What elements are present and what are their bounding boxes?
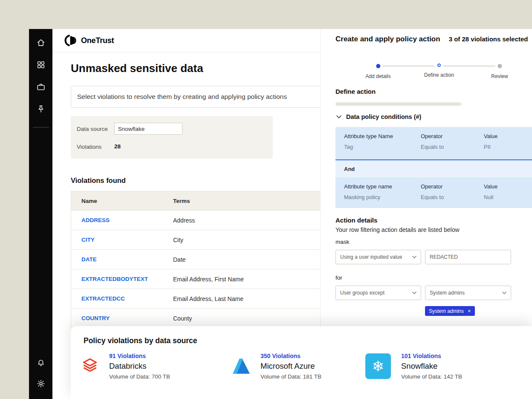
chevron-down-icon (412, 256, 416, 258)
violation-name-link[interactable]: EXTRACTEDCC (71, 295, 168, 302)
step-label: Define action (424, 72, 454, 78)
user-group-select[interactable]: System admins (425, 286, 511, 300)
action-details-subtitle: Your row filtering action details are li… (335, 226, 460, 233)
condition-connector: And (335, 160, 532, 177)
source-name: Snowflake (401, 361, 462, 371)
selected-group-chip: System admins × (425, 306, 475, 316)
cond-col-operator: Operator (421, 133, 484, 139)
source-name: Databricks (109, 361, 170, 371)
wizard-title-row: Create and apply policy action 3 of 28 v… (335, 35, 528, 43)
user-group-value: System admins (430, 290, 465, 296)
violation-name-link[interactable]: COUNTRY (71, 315, 168, 321)
table-row: ADDRESS Address (71, 210, 320, 230)
cond-col-value: Value (484, 183, 532, 190)
data-source-input[interactable] (114, 123, 182, 135)
step-dot-upcoming (497, 64, 502, 68)
selection-count: 3 of 28 violations selected (449, 35, 528, 43)
card-snowflake: ❄ 101 Violations Snowflake Volume of Dat… (365, 353, 462, 380)
mask-value-input[interactable] (425, 250, 511, 264)
sheet-title: Policy violations by data source (84, 336, 197, 345)
cond-col-attribute: Attribute type Name (344, 133, 421, 139)
source-volume: Volume of Data: 700 TB (109, 373, 170, 380)
conditions-header-label: Data policy conditions (#) (346, 113, 421, 120)
table-row: EXTRACTEDCC Email Address, Last Name (71, 289, 320, 308)
for-label: for (335, 275, 342, 281)
cond-attribute-value: Masking policy (344, 194, 421, 200)
page-title: Unmasked sensitive data (71, 62, 203, 75)
apps-grid-icon[interactable] (36, 60, 46, 70)
mask-label: mask (335, 239, 349, 245)
define-action-title: Define action (335, 88, 376, 95)
snowflake-icon: ❄ (365, 353, 391, 379)
onetrust-logo-icon (64, 35, 78, 46)
violations-label: Violations (77, 144, 101, 150)
step-dot-complete (376, 64, 380, 68)
step-add-details[interactable]: Add details (365, 62, 390, 79)
cond-col-attribute: Attribute type name (344, 183, 421, 190)
violation-name-link[interactable]: CITY (71, 237, 168, 243)
table-row: EXTRACTEDBODYTEXT Email Address, First N… (71, 269, 320, 289)
cond-value-value: Null (484, 194, 532, 200)
snowflake-glyph: ❄ (372, 359, 385, 373)
mask-method-value: Using a user inputted value (340, 254, 402, 260)
summary-box: Data source Violations 28 (71, 116, 273, 159)
cond-col-operator: Operator (421, 183, 484, 190)
wizard-stepper: Add details Define action Review (335, 62, 519, 86)
bottom-sheet: Policy violations by data source 91 Viol… (71, 326, 532, 399)
step-dot-current (437, 64, 441, 67)
violations-count-link[interactable]: 91 Violations (109, 353, 170, 359)
violation-name-link[interactable]: DATE (71, 256, 168, 263)
column-header-name: Name (71, 198, 168, 204)
step-review[interactable]: Review (491, 62, 508, 79)
home-icon[interactable] (36, 38, 46, 48)
condition-group-1: Attribute type Name Operator Value Tag E… (335, 127, 532, 160)
violation-name-link[interactable]: EXTRACTEDBODYTEXT (71, 276, 168, 282)
violation-terms: City (168, 237, 320, 243)
violations-table: Name Terms ADDRESS Address CITY City DAT… (71, 191, 320, 328)
card-databricks: 91 Violations Databricks Volume of Data:… (81, 353, 232, 380)
action-details-title: Action details (335, 217, 377, 224)
table-row: CITY City (71, 230, 320, 249)
user-group-method-value: User groups except (340, 290, 385, 296)
mask-method-select[interactable]: Using a user inputted value (335, 250, 421, 264)
step-define-action[interactable]: Define action (424, 62, 454, 78)
step-label: Add details (365, 73, 390, 79)
chevron-down-icon (336, 115, 341, 119)
chip-label: System admins (429, 308, 464, 314)
briefcase-icon[interactable] (36, 82, 46, 92)
table-row: DATE Date (71, 249, 320, 269)
app-screen: OneTrust Unmasked sensitive data Select … (0, 0, 532, 399)
cond-operator-value: Equals to (421, 144, 484, 150)
conditions-collapse-header[interactable]: Data policy conditions (#) (336, 113, 421, 120)
chip-remove-icon[interactable]: × (468, 308, 471, 314)
settings-gear-icon[interactable] (36, 379, 46, 389)
wizard-title: Create and apply policy action (335, 35, 440, 43)
pushpin-icon[interactable] (36, 104, 46, 114)
chevron-down-icon (412, 292, 416, 294)
data-source-cards: 91 Violations Databricks Volume of Data:… (81, 353, 462, 380)
rail-divider (33, 127, 49, 127)
violations-count-link[interactable]: 101 Violations (401, 353, 462, 359)
table-row: COUNTRY County (71, 308, 320, 328)
violation-terms: Address (168, 217, 320, 224)
violation-terms: County (168, 315, 320, 322)
violation-terms: Date (168, 256, 320, 263)
violation-terms: Email Address, Last Name (168, 295, 320, 302)
top-bar: OneTrust (52, 29, 320, 52)
azure-icon (232, 357, 250, 375)
source-volume: Volume of Data: 181 TB (260, 373, 321, 380)
chevron-down-icon (502, 292, 506, 294)
violations-count: 28 (114, 143, 121, 150)
table-header-row: Name Terms (71, 191, 320, 210)
column-header-terms: Terms (168, 198, 320, 204)
user-group-method-select[interactable]: User groups except (335, 286, 421, 300)
data-source-label: Data source (77, 126, 108, 132)
cond-attribute-value: Tag (344, 144, 421, 150)
source-volume: Volume of Data: 142 TB (401, 373, 462, 380)
violation-name-link[interactable]: ADDRESS (71, 217, 168, 223)
cond-col-value: Value (484, 133, 532, 139)
violations-count-link[interactable]: 350 Violations (260, 353, 321, 359)
violations-found-title: Violations found (71, 176, 126, 185)
left-nav-rail (29, 29, 52, 399)
notifications-bell-icon[interactable] (36, 357, 46, 367)
